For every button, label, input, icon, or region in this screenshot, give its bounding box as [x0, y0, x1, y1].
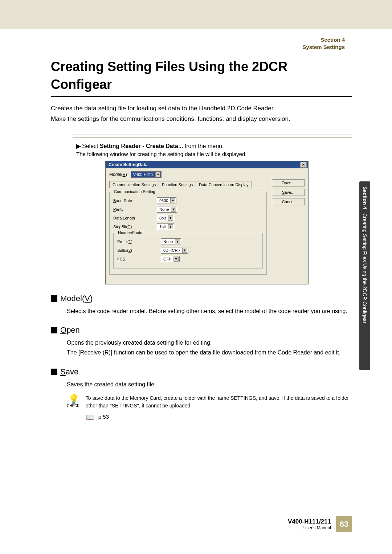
stopbit-label: StopBit(G)	[113, 225, 150, 229]
cancel-button[interactable]: Cancel	[272, 198, 305, 205]
step-suffix: from the menu.	[183, 143, 224, 149]
footer-text: V400-H111/211 User's Manual	[288, 518, 331, 531]
fcs-value: OFF	[163, 257, 171, 261]
heading-model: Model(V)	[51, 294, 352, 303]
page-number: 63	[336, 516, 352, 532]
section-save: Save Saves the created data setting file…	[51, 367, 352, 423]
suffix-select[interactable]: 0D <CR>▼	[161, 247, 188, 254]
section-title: System Settings	[302, 44, 345, 51]
parity-value: None	[159, 207, 169, 212]
group-title-communication: Communication Setting	[113, 189, 157, 194]
prefix-value: None	[163, 239, 173, 244]
parity-select[interactable]: None▼	[157, 206, 177, 213]
side-tab: Section 4 Creating Setting Files Using t…	[359, 181, 370, 370]
footer-manual: User's Manual	[288, 525, 331, 530]
intro-block: Creates the data setting file for loadin…	[51, 103, 352, 124]
page-footer: V400-H111/211 User's Manual 63	[288, 516, 352, 532]
open-body-1: Opens the previously created data settin…	[67, 338, 352, 348]
step-subtext: The following window for creating the se…	[76, 151, 352, 157]
step-instruction: ▶Select Setting Reader - Create Data... …	[76, 143, 352, 149]
chevron-down-icon: ▼	[168, 216, 173, 221]
tab-function-settings[interactable]: Function Settings	[159, 181, 196, 188]
section-divider	[73, 135, 352, 138]
lightbulb-icon: 💡	[67, 394, 81, 404]
check-icon-block: 💡 CHECK!	[67, 394, 81, 408]
parity-label: Parity	[113, 207, 150, 212]
prefix-select[interactable]: None▼	[161, 238, 181, 245]
section-open: Open Opens the previously created data s…	[51, 325, 352, 357]
chevron-down-icon: ▼	[173, 257, 179, 262]
fcs-select[interactable]: OFF▼	[161, 256, 180, 262]
chevron-down-icon: ▼	[182, 248, 187, 253]
footer-model: V400-H111/211	[288, 518, 331, 525]
save-button[interactable]: Save...	[272, 189, 305, 196]
open-body-2-post: )] function can be used to open the data…	[109, 349, 341, 356]
intro-line-2: Make the settings for the communications…	[51, 114, 352, 124]
page-title: Creating Setting Files Using the 2DCR Co…	[51, 58, 352, 97]
suffix-label: Suffix(2)	[117, 248, 154, 253]
close-icon[interactable]: ×	[300, 162, 307, 168]
check-text: To save data to the Memory Card, create …	[86, 394, 352, 410]
book-icon: 📖	[86, 412, 95, 423]
heading-save-u: S	[60, 367, 66, 376]
data-length-select[interactable]: 8bit▼	[157, 215, 174, 221]
heading-model-post: )	[90, 294, 93, 303]
heading-open: Open	[51, 325, 352, 335]
stopbit-value: 1bit	[159, 225, 166, 229]
header-footer-group: Header/Footer Prefix(1) None▼ Suffix(2) …	[113, 233, 263, 268]
side-tab-section: Section 4	[362, 186, 368, 209]
model-body: Selects the code reader model. Before se…	[67, 306, 352, 316]
communication-setting-group: Communication Setting Baud Rate 9600▼ Pa…	[109, 192, 267, 275]
save-body: Saves the created data setting file.	[67, 379, 352, 389]
heading-save: Save	[51, 367, 352, 377]
reference-page: p.53	[98, 413, 109, 421]
step-prefix: Select	[82, 143, 100, 149]
step-bold: Setting Reader - Create Data...	[100, 143, 183, 149]
chevron-down-icon: ▼	[175, 239, 180, 244]
baud-rate-select[interactable]: 9600▼	[157, 197, 176, 204]
intro-line-1: Creates the data setting file for loadin…	[51, 103, 352, 114]
tab-communication-settings[interactable]: Communication Settings	[109, 181, 159, 188]
open-body-2-pre: The [Receive (	[67, 349, 105, 356]
data-length-label: Data Length	[113, 216, 150, 220]
open-body-2-u: R	[105, 349, 109, 356]
play-arrow-icon: ▶	[76, 143, 81, 149]
chevron-down-icon: ▼	[171, 207, 176, 212]
tab-data-conversion[interactable]: Data Conversion on Display	[196, 181, 252, 188]
group-title-headerfooter: Header/Footer	[117, 230, 145, 235]
section-model: Model(V) Selects the code reader model. …	[51, 294, 352, 316]
open-body-2: The [Receive (R)] function can be used t…	[67, 348, 352, 357]
dialog-tabs: Communication Settings Function Settings…	[109, 181, 267, 188]
section-label: Section 4	[302, 36, 345, 44]
open-button[interactable]: Open...	[272, 179, 305, 186]
heading-save-post: ave	[66, 367, 78, 376]
prefix-label: Prefix(1)	[117, 239, 154, 244]
check-note: 💡 CHECK! To save data to the Memory Card…	[67, 394, 352, 423]
check-label: CHECK!	[67, 404, 81, 408]
chevron-down-icon: ▼	[168, 224, 173, 229]
reference-row: 📖 p.53	[86, 412, 352, 423]
heading-open-u: O	[60, 325, 66, 335]
suffix-value: 0D <CR>	[163, 248, 180, 253]
baud-rate-label: Baud Rate	[113, 198, 150, 203]
model-label: Model(V)	[109, 172, 127, 177]
step-block: ▶Select Setting Reader - Create Data... …	[76, 143, 352, 284]
chevron-down-icon: ▼	[155, 172, 160, 177]
check-text-block: To save data to the Memory Card, create …	[86, 394, 352, 423]
section-header: Section 4 System Settings	[302, 36, 345, 50]
model-value: V400-H211	[133, 172, 154, 177]
dialog-titlebar: Create SettingData ×	[106, 161, 308, 168]
heading-open-post: pen	[66, 325, 80, 335]
stopbit-select[interactable]: 1bit▼	[157, 223, 174, 230]
chevron-down-icon: ▼	[170, 198, 175, 203]
heading-model-pre: Model(	[60, 294, 85, 303]
model-select[interactable]: V400-H211 ▼	[131, 171, 162, 178]
dialog-title-text: Create SettingData	[109, 162, 147, 167]
heading-model-u: V	[85, 294, 90, 303]
side-tab-title: Creating Setting Files Using the 2DCR Co…	[362, 213, 368, 323]
fcs-label: FCS	[117, 257, 154, 261]
baud-rate-value: 9600	[159, 198, 168, 203]
data-length-value: 8bit	[159, 216, 166, 220]
create-settingdata-dialog: Create SettingData × Model(V) V400-H211 …	[105, 161, 309, 284]
